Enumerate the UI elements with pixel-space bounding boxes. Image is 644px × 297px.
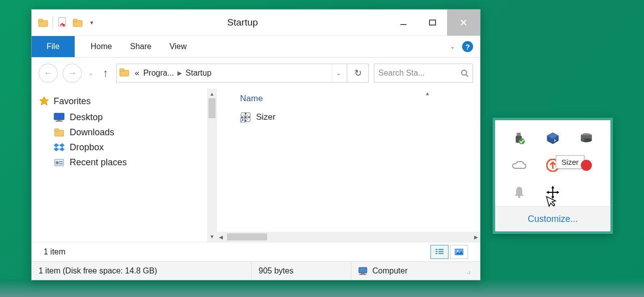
scroll-down-icon[interactable]: ▼ xyxy=(208,232,216,241)
sidebar-item-downloads[interactable]: Downloads xyxy=(32,125,217,140)
svg-marker-57 xyxy=(551,186,554,188)
scroll-right-icon[interactable]: ▶ xyxy=(472,234,480,240)
tray-customize-link[interactable]: Customize... xyxy=(495,206,610,231)
help-icon[interactable]: ? xyxy=(462,41,473,52)
status-bar: 1 item (Disk free space: 14.8 GB) 905 by… xyxy=(32,261,480,280)
tray-icon-notifications[interactable] xyxy=(502,183,536,201)
svg-point-46 xyxy=(519,138,525,144)
sidebar-item-desktop[interactable]: Desktop xyxy=(32,110,217,125)
svg-marker-19 xyxy=(59,143,65,147)
tray-icon-empty xyxy=(570,183,603,201)
resize-grip-icon[interactable]: ⣠ xyxy=(467,267,473,274)
sidebar-item-label: Dropbox xyxy=(70,142,104,153)
tab-share[interactable]: Share xyxy=(128,38,153,55)
svg-point-23 xyxy=(56,161,59,164)
refresh-button[interactable]: ↻ xyxy=(347,64,369,83)
svg-rect-9 xyxy=(120,69,124,71)
dropbox-icon xyxy=(54,142,65,153)
sidebar-item-recent-places[interactable]: Recent places xyxy=(32,155,217,170)
minimize-button[interactable] xyxy=(389,10,418,36)
breadcrumb[interactable]: « Progra... ▶ Startup ⌄ xyxy=(116,64,347,83)
breadcrumb-part-programs[interactable]: Progra... xyxy=(141,69,176,78)
maximize-button[interactable] xyxy=(418,10,447,36)
navigation-pane: Favorites Desktop Downloads Dropbox xyxy=(32,89,217,242)
back-button[interactable]: ← xyxy=(39,64,58,83)
file-tab[interactable]: File xyxy=(32,36,75,57)
shortcut-icon xyxy=(240,112,251,123)
svg-rect-34 xyxy=(436,251,438,252)
window-title: Startup xyxy=(96,10,389,36)
search-icon xyxy=(461,69,469,77)
column-header-name[interactable]: Name xyxy=(217,89,480,109)
ribbon-tabs: File Home Share View ⌄ ? xyxy=(32,36,480,58)
breadcrumb-expand-icon[interactable]: ⌄ xyxy=(332,64,345,82)
forward-button[interactable]: → xyxy=(63,64,82,83)
breadcrumb-part-startup[interactable]: Startup xyxy=(183,69,213,78)
favorites-label: Favorites xyxy=(54,96,91,107)
svg-rect-24 xyxy=(59,161,63,162)
tray-icon-onedrive[interactable] xyxy=(502,156,536,174)
sidebar-item-label: Desktop xyxy=(70,112,103,123)
tray-icon-sizer[interactable] xyxy=(536,183,569,201)
search-placeholder: Search Sta... xyxy=(378,69,425,78)
tray-overflow-popup: Sizer Customize... xyxy=(493,118,613,234)
status-disk-space: 1 item (Disk free space: 14.8 GB) xyxy=(32,262,252,280)
folder-icon xyxy=(54,127,65,138)
navigation-bar: ← → ⌄ ↑ « Progra... ▶ Startup ⌄ ↻ Search… xyxy=(32,58,480,89)
svg-marker-60 xyxy=(557,191,559,194)
star-icon xyxy=(39,96,50,107)
svg-rect-33 xyxy=(439,249,444,250)
tray-icon-usb[interactable] xyxy=(502,129,536,147)
svg-rect-35 xyxy=(439,251,444,252)
svg-marker-21 xyxy=(59,147,65,151)
file-item-sizer[interactable]: Sizer xyxy=(217,109,480,126)
folder-icon[interactable] xyxy=(36,13,50,33)
scroll-left-icon[interactable]: ◀ xyxy=(217,234,225,240)
svg-rect-42 xyxy=(361,273,365,274)
scroll-thumb[interactable] xyxy=(227,233,267,240)
favorites-header[interactable]: Favorites xyxy=(32,93,217,110)
svg-point-39 xyxy=(457,250,459,252)
quick-access-toolbar: ▼ xyxy=(32,10,96,36)
svg-point-3 xyxy=(63,24,65,27)
svg-rect-5 xyxy=(73,19,77,22)
svg-rect-14 xyxy=(57,120,61,121)
view-thumbnails-button[interactable] xyxy=(450,245,468,259)
scroll-up-icon[interactable]: ▲ xyxy=(208,90,216,98)
recent-places-icon xyxy=(54,157,65,168)
sidebar-scrollbar[interactable]: ▲ ▼ xyxy=(207,89,217,242)
history-dropdown-icon[interactable]: ⌄ xyxy=(87,69,95,78)
tab-home[interactable]: Home xyxy=(89,38,114,55)
scroll-thumb[interactable] xyxy=(208,98,216,118)
title-bar: ▼ Startup xyxy=(32,10,480,36)
sort-indicator-icon: ▲ xyxy=(425,91,430,96)
tray-icon-hidden[interactable] xyxy=(570,156,603,174)
svg-rect-13 xyxy=(54,113,64,120)
breadcrumb-chevron: « xyxy=(133,69,141,78)
qat-dropdown-icon[interactable]: ▼ xyxy=(87,18,96,28)
properties-icon[interactable] xyxy=(56,13,70,33)
view-details-button[interactable] xyxy=(431,245,449,259)
item-count-label: 1 item xyxy=(44,247,66,256)
sidebar-item-label: Recent places xyxy=(70,157,127,168)
horizontal-scrollbar[interactable]: ◀ ▶ xyxy=(217,232,480,242)
new-folder-icon[interactable] xyxy=(71,13,85,33)
svg-marker-58 xyxy=(551,196,554,199)
breadcrumb-separator-icon[interactable]: ▶ xyxy=(176,70,183,77)
svg-rect-32 xyxy=(436,249,438,250)
tab-view[interactable]: View xyxy=(167,38,188,55)
tray-icon-virtualbox[interactable] xyxy=(536,129,569,147)
close-button[interactable] xyxy=(447,10,480,36)
up-button[interactable]: ↑ xyxy=(100,67,111,80)
sidebar-item-dropbox[interactable]: Dropbox xyxy=(32,140,217,155)
file-item-label: Sizer xyxy=(256,112,276,122)
ribbon-collapse-icon[interactable]: ⌄ xyxy=(450,43,455,50)
tray-icon-drive[interactable] xyxy=(570,129,603,147)
svg-point-10 xyxy=(462,70,467,75)
svg-marker-20 xyxy=(54,147,59,151)
tray-icon-update[interactable]: Sizer xyxy=(536,156,569,174)
file-list-pane: ▲ Name Sizer ◀ ▶ xyxy=(217,89,480,242)
breadcrumb-folder-icon xyxy=(119,67,131,79)
search-input[interactable]: Search Sta... xyxy=(374,64,473,83)
item-count-bar: 1 item xyxy=(32,242,480,261)
